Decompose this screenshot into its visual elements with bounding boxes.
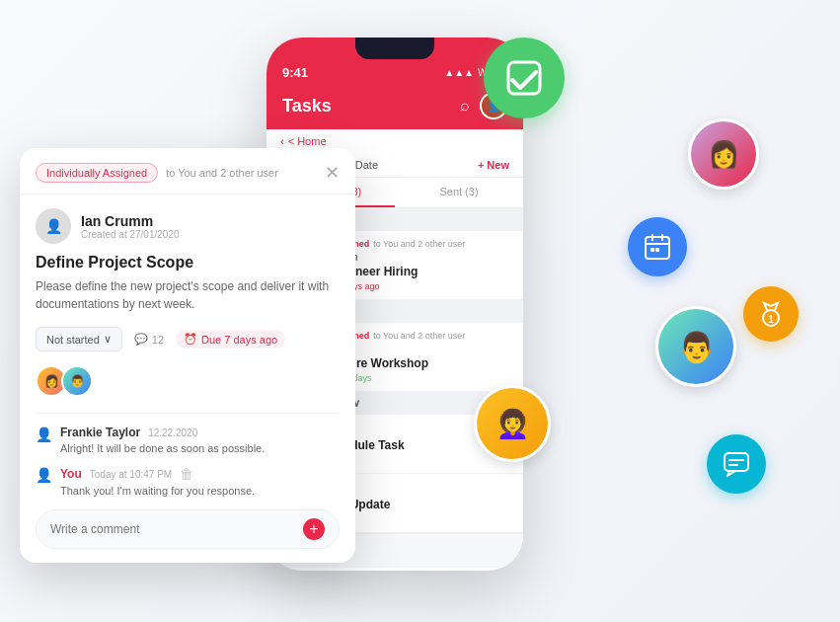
commenter-name-you: You xyxy=(60,467,82,481)
chevron-down-icon: ∨ xyxy=(104,333,112,346)
tab-sent[interactable]: Sent (3) xyxy=(395,178,523,207)
avatar-small-2: 👨 xyxy=(61,365,93,397)
phone-header: Tasks ⌕ 👤 xyxy=(267,88,523,129)
comment-body: You Today at 10:47 PM 🗑 Thank you! I'm w… xyxy=(60,466,340,499)
phone-notch xyxy=(355,38,434,59)
close-button[interactable]: ✕ xyxy=(325,162,340,184)
comment-item-2: 👤 You Today at 10:47 PM 🗑 Thank you! I'm… xyxy=(36,466,340,499)
svg-rect-9 xyxy=(725,453,748,471)
comment-number: 12 xyxy=(152,334,164,346)
comment-text: Alright! It will be done as soon as poss… xyxy=(60,441,340,456)
due-badge: ⏰ Due 7 days ago xyxy=(176,330,285,349)
status-label: Not started xyxy=(46,334,100,346)
comment-date-you: Today at 10:47 PM xyxy=(90,469,172,480)
comment-text-you: Thank you! I'm waiting for you response. xyxy=(60,484,340,499)
comment-input[interactable] xyxy=(50,522,303,536)
clock-icon: ⏰ xyxy=(184,333,197,346)
card-user-avatar: 👤 xyxy=(36,208,71,244)
avatar-circle-woman2: 👩‍🦱 xyxy=(474,385,551,462)
individually-badge: Individually Assigned xyxy=(36,163,158,183)
svg-text:1: 1 xyxy=(768,313,774,325)
check-circle xyxy=(484,38,565,118)
back-icon: ‹ xyxy=(280,135,284,147)
card-user-date: Created at 27/01/2020 xyxy=(81,229,180,240)
add-comment-button[interactable]: + xyxy=(303,518,325,540)
task-detail-card: Individually Assigned to You and 2 other… xyxy=(20,148,355,563)
status-pill[interactable]: Not started ∨ xyxy=(36,327,122,351)
phone-title: Tasks xyxy=(282,96,332,117)
comment-item-1: 👤 Frankie Taylor 12.22.2020 Alright! It … xyxy=(36,426,340,456)
calendar-circle xyxy=(628,217,687,276)
signal-icon: ▲▲▲ xyxy=(444,67,474,78)
comment-count: 💬 12 xyxy=(134,333,164,346)
card-user-row: 👤 Ian Crumm Created at 27/01/2020 xyxy=(36,208,340,244)
card-task-desc: Please define the new project's scope an… xyxy=(36,277,340,313)
card-body: 👤 Ian Crumm Created at 27/01/2020 Define… xyxy=(20,194,355,563)
comment-user-icon: 👤 xyxy=(36,427,52,456)
comment-body: Frankie Taylor 12.22.2020 Alright! It wi… xyxy=(60,426,340,456)
comments-section: 👤 Frankie Taylor 12.22.2020 Alright! It … xyxy=(36,413,340,500)
back-label: < Home xyxy=(288,135,327,147)
plus-icon: + xyxy=(309,520,318,538)
card-header-subtext: to You and 2 other user xyxy=(166,167,278,179)
commenter-name: Frankie Taylor xyxy=(60,426,140,439)
user-label: to You and 2 other user xyxy=(373,331,465,341)
avatar-circle-man: 👨 xyxy=(655,306,736,387)
card-header: Individually Assigned to You and 2 other… xyxy=(20,148,355,194)
svg-rect-6 xyxy=(655,248,659,252)
card-avatars-row: 👩 👨 xyxy=(36,365,340,397)
comment-icon: 💬 xyxy=(134,333,148,346)
comment-input-area: + xyxy=(36,509,340,549)
svg-rect-5 xyxy=(650,248,654,252)
status-time: 9:41 xyxy=(282,65,308,80)
chat-circle xyxy=(707,434,766,494)
delete-comment-button[interactable]: 🗑 xyxy=(180,466,193,482)
search-icon[interactable]: ⌕ xyxy=(460,97,470,115)
card-status-row: Not started ∨ 💬 12 ⏰ Due 7 days ago xyxy=(36,327,340,351)
card-user-name: Ian Crumm xyxy=(81,213,180,229)
comment-date: 12.22.2020 xyxy=(148,428,197,438)
new-button[interactable]: + New xyxy=(478,159,509,171)
due-label: Due 7 days ago xyxy=(201,334,277,346)
medal-circle: 1 xyxy=(743,286,799,342)
svg-rect-0 xyxy=(508,62,540,94)
avatar-circle-woman: 👩 xyxy=(688,118,759,190)
user-label: to You and 2 other user xyxy=(373,239,465,249)
card-task-title: Define Project Scope xyxy=(36,254,340,272)
comment-user-icon-you: 👤 xyxy=(36,467,52,499)
